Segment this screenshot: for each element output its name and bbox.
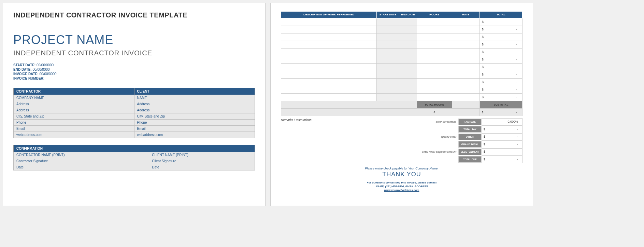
work-end-cell	[399, 41, 417, 48]
total-hint: enter initial payment amount	[422, 150, 459, 153]
work-desc-cell	[281, 56, 377, 63]
work-end-cell	[399, 86, 417, 93]
work-rate-cell	[452, 41, 480, 48]
work-start-cell	[376, 86, 399, 93]
work-start-cell	[376, 41, 399, 48]
total-value: 0.000%	[482, 118, 523, 126]
confirmation-table: CONFIRMATION CONTRACTOR NAME (PRINT)CLIE…	[13, 145, 255, 170]
work-desc-cell	[281, 63, 377, 71]
client-header: CLIENT	[134, 88, 255, 95]
total-value: $-	[482, 133, 523, 141]
work-end-cell	[399, 18, 417, 26]
contractor-cell: City, State and Zip	[14, 113, 134, 120]
work-end-cell	[399, 33, 417, 41]
subtotal-dash: -	[516, 111, 520, 114]
work-hours-cell	[417, 78, 452, 86]
work-desc-cell	[281, 86, 377, 93]
total-hint: enter percentage	[422, 120, 459, 123]
payable-text: Please make check payable to: Your Compa…	[281, 167, 523, 170]
contact-line-2: NAME, (321) 456-7890, EMAIL ADDRESS	[281, 184, 523, 188]
work-desc-cell	[281, 48, 377, 56]
work-end-cell	[399, 26, 417, 33]
work-start-cell	[376, 63, 399, 71]
work-hours-cell	[417, 86, 452, 93]
client-cell: Phone	[134, 120, 255, 126]
work-total-cell: $-	[480, 33, 522, 41]
work-header: TOTAL	[480, 12, 522, 18]
work-header: DESCRIPTION OF WORK PERFORMED	[281, 12, 377, 18]
work-desc-cell	[281, 93, 377, 101]
work-start-cell	[376, 26, 399, 33]
page-1: INDEPENDENT CONTRACTOR INVOICE TEMPLATE …	[3, 3, 266, 206]
work-total-cell: $-	[480, 26, 522, 33]
footer-web: www.yourwebaddress.com	[281, 188, 523, 192]
work-total-cell: $-	[480, 48, 522, 56]
subtotal-symbol: $	[482, 111, 483, 114]
work-total-cell: $-	[480, 18, 522, 26]
confirmation-cell: Date	[149, 164, 255, 170]
page-2: DESCRIPTION OF WORK PERFORMEDSTART DATEE…	[270, 3, 533, 206]
subtotal-label: SUBTOTAL	[480, 101, 522, 108]
work-desc-cell	[281, 41, 377, 48]
work-start-cell	[376, 93, 399, 101]
work-end-cell	[399, 48, 417, 56]
confirmation-cell: Contractor Signature	[14, 158, 149, 164]
work-hours-cell	[417, 26, 452, 33]
work-end-cell	[399, 78, 417, 86]
total-hint: specify other	[422, 135, 459, 138]
work-rate-cell	[452, 18, 480, 26]
work-end-cell	[399, 56, 417, 63]
client-cell: webaddress.com	[134, 132, 255, 138]
end-date-value: 00/00/0000	[32, 68, 49, 71]
work-rate-cell	[452, 63, 480, 71]
work-total-cell: $-	[480, 71, 522, 78]
parties-table: CONTRACTOR CLIENT COMPANY NAMENAMEAddres…	[13, 88, 255, 138]
invoice-number-label: INVOICE NUMBER:	[13, 77, 44, 80]
document-subtitle: INDEPENDENT CONTRACTOR INVOICE	[13, 49, 255, 57]
document-title: INDEPENDENT CONTRACTOR INVOICE TEMPLATE	[13, 11, 255, 19]
client-cell: City, State and Zip	[134, 113, 255, 120]
contractor-cell: Address	[14, 107, 134, 113]
work-hours-cell	[417, 48, 452, 56]
work-table: DESCRIPTION OF WORK PERFORMEDSTART DATEE…	[281, 11, 523, 116]
work-start-cell	[376, 56, 399, 63]
client-cell: Address	[134, 101, 255, 107]
work-rate-cell	[452, 56, 480, 63]
work-start-cell	[376, 18, 399, 26]
total-hours-value: 0	[417, 108, 452, 116]
contractor-cell: Address	[14, 101, 134, 107]
work-rate-cell	[452, 26, 480, 33]
contractor-cell: Phone	[14, 120, 134, 126]
work-rate-cell	[452, 33, 480, 41]
work-total-cell: $-	[480, 93, 522, 101]
start-date-value: 00/00/0000	[37, 63, 54, 67]
invoice-date-label: INVOICE DATE:	[13, 72, 39, 76]
confirmation-cell: CONTRACTOR NAME (PRINT)	[14, 152, 149, 158]
total-label: OTHER	[458, 134, 482, 140]
total-label: TAX RATE	[458, 119, 482, 125]
client-cell: NAME	[134, 95, 255, 101]
work-hours-cell	[417, 63, 452, 71]
total-value: $-	[482, 156, 523, 163]
work-hours-cell	[417, 41, 452, 48]
total-value: $-	[482, 148, 523, 156]
contractor-cell: Email	[14, 126, 134, 132]
work-start-cell	[376, 33, 399, 41]
invoice-date-value: 00/00/0000	[40, 72, 57, 76]
work-total-cell: $-	[480, 56, 522, 63]
client-cell: Email	[134, 126, 255, 132]
work-start-cell	[376, 71, 399, 78]
confirmation-header: CONFIRMATION	[14, 145, 255, 152]
work-desc-cell	[281, 71, 377, 78]
thank-you: THANK YOU	[281, 171, 523, 178]
work-start-cell	[376, 48, 399, 56]
work-rate-cell	[452, 93, 480, 101]
contractor-header: CONTRACTOR	[14, 88, 134, 95]
work-hours-cell	[417, 18, 452, 26]
total-hours-label: TOTAL HOURS	[417, 101, 452, 108]
work-total-cell: $-	[480, 41, 522, 48]
work-hours-cell	[417, 93, 452, 101]
work-hours-cell	[417, 33, 452, 41]
client-cell: Address	[134, 107, 255, 113]
start-date-label: START DATE:	[13, 63, 35, 67]
